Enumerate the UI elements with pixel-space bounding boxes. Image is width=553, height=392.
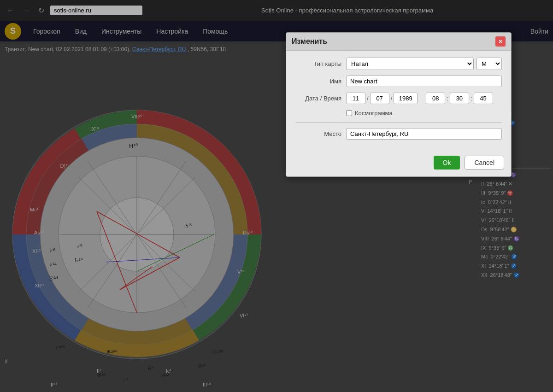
place-label: Место [295,130,341,137]
date-sep-1: / [367,95,369,102]
edit-modal: Изменить × Тип карты Натал M F Имя Дата … [286,32,512,177]
cosmos-checkbox[interactable] [346,110,352,116]
chart-type-select[interactable]: Натал [346,58,474,70]
cosmos-row: Космограмма [346,110,502,117]
modal-divider [295,122,502,123]
date-time-inputs: / / : : [346,93,493,104]
minute-input[interactable] [450,93,469,104]
year-input[interactable] [394,93,418,104]
time-sep-2: : [471,95,472,102]
modal-title: Изменить [292,37,327,46]
name-input[interactable] [346,76,502,87]
datetime-label: Дата / Время [295,95,341,102]
cancel-button[interactable]: Cancel [465,156,504,170]
ok-button[interactable]: Ok [434,156,460,170]
modal-close-button[interactable]: × [495,36,506,47]
modal-footer: Ok Cancel [286,152,511,176]
month-input[interactable] [370,93,389,104]
type-label: Тип карты [295,60,341,67]
form-row-type: Тип карты Натал M F [295,58,502,70]
form-row-datetime: Дата / Время / / : : [295,93,502,104]
name-label: Имя [295,78,341,85]
gender-select[interactable]: M F [477,58,502,70]
date-sep-2: / [391,95,393,102]
form-row-name: Имя [295,76,502,87]
hour-input[interactable] [426,93,445,104]
cosmos-label[interactable]: Космограмма [355,110,393,117]
form-row-place: Место [295,128,502,140]
second-input[interactable] [474,93,493,104]
modal-header: Изменить × [286,33,511,51]
day-input[interactable] [346,93,365,104]
place-input[interactable] [346,128,502,140]
modal-body: Тип карты Натал M F Имя Дата / Время / / [286,51,511,152]
time-sep-1: : [447,95,448,102]
